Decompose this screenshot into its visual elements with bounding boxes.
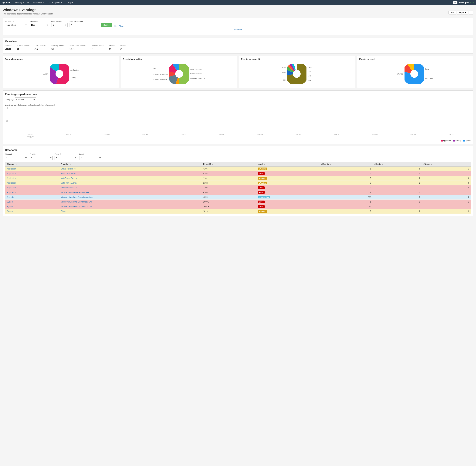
td-provider: Microsoft-Windows-Security-SPP bbox=[59, 190, 202, 195]
time-range-select[interactable]: Last 1 hour bbox=[5, 23, 28, 27]
td-users: 0 bbox=[422, 181, 471, 186]
edit-button[interactable]: Edit bbox=[449, 11, 456, 14]
bar-chart-container: 40 20 2:30 PM Mon Jul 29 20242:35 PM2:40… bbox=[11, 107, 471, 141]
submit-button[interactable]: Submit bbox=[101, 23, 112, 27]
nav-menu: Security Score▾Processes▾OS Components▾H… bbox=[13, 0, 75, 5]
data-table-filter-select[interactable]: * bbox=[30, 156, 53, 160]
td-events: 9 bbox=[320, 181, 373, 186]
channel-link[interactable]: Application bbox=[7, 168, 16, 170]
channel-link[interactable]: System bbox=[7, 201, 13, 203]
legend-sec-color bbox=[453, 140, 455, 141]
channel-link[interactable]: Application bbox=[7, 177, 16, 179]
x-label: 3:00 PM bbox=[241, 134, 279, 139]
filter-expression-group: Filter expression: bbox=[70, 20, 99, 27]
td-level: Error bbox=[256, 171, 320, 176]
channel-link[interactable]: Application bbox=[7, 182, 16, 184]
level-labels-right: Error Information bbox=[425, 68, 434, 79]
splunk-brand[interactable]: Splunk▾ bbox=[2, 1, 10, 4]
event-id-pie-svg bbox=[287, 64, 306, 84]
channel-link[interactable]: Security bbox=[7, 196, 14, 198]
provider-link[interactable]: Group Policy Files bbox=[61, 168, 76, 170]
channel-link[interactable]: Application bbox=[7, 186, 16, 189]
data-table-filter-select[interactable]: * bbox=[5, 156, 28, 160]
stat-value: 360 bbox=[5, 47, 12, 51]
add-filter-link[interactable]: Add filter bbox=[234, 29, 242, 31]
nav-item-processes[interactable]: Processes▾ bbox=[31, 0, 46, 5]
level-badge: Error bbox=[258, 205, 265, 208]
event-id-label-10010: 10010 bbox=[308, 67, 312, 68]
filter-expression-input[interactable] bbox=[70, 23, 99, 27]
level-badge: Error bbox=[258, 200, 265, 203]
td-event-id: 4624 bbox=[202, 195, 256, 199]
legend-sys-label: System bbox=[465, 140, 471, 141]
th-event-id[interactable]: Event ID ⇕ bbox=[202, 162, 256, 167]
export-button[interactable]: Export ▾ bbox=[457, 11, 468, 14]
th-channel[interactable]: Channel ⇕ bbox=[5, 162, 59, 167]
chart-subtitle: Events per selected group over time (try… bbox=[5, 104, 471, 106]
stat-value: 292 bbox=[69, 47, 86, 51]
provider-link[interactable]: MetaFrameEvents bbox=[61, 182, 76, 184]
data-table-filter-label: Channel bbox=[5, 153, 28, 155]
data-table-filter-group: Channel* bbox=[5, 153, 28, 160]
filters-card: Time range: Last 1 hour Filter field: Ho… bbox=[3, 18, 473, 35]
gridline-top bbox=[11, 107, 471, 107]
th-provider[interactable]: Provider ⇕ bbox=[59, 162, 202, 167]
stat-label: #Error events: bbox=[35, 45, 46, 47]
filter-operator-select[interactable]: in bbox=[51, 23, 68, 27]
event-id-label-1101: 1101 bbox=[308, 75, 312, 77]
data-table-filter-label: Event ID bbox=[55, 153, 77, 155]
th-events[interactable]: #Events ⇕ bbox=[320, 162, 373, 167]
provider-link[interactable]: MetaFrameEvents bbox=[61, 177, 76, 179]
data-table-filter-select[interactable]: * bbox=[55, 156, 77, 160]
channel-link[interactable]: System bbox=[7, 205, 13, 208]
channel-link[interactable]: Application bbox=[7, 172, 16, 175]
provider-label-tdica: Tdica bbox=[153, 68, 168, 69]
table-body: Application Group Policy Files 4106 Warn… bbox=[5, 167, 471, 214]
filter-field-select[interactable]: Host bbox=[30, 23, 49, 27]
filter-expression-label: Filter expression: bbox=[70, 20, 99, 22]
th-hosts[interactable]: #Hosts ⇕ bbox=[373, 162, 422, 167]
provider-link[interactable]: Microsoft-Windows-DistributedCOM bbox=[61, 201, 92, 203]
nav-item-os-components[interactable]: OS Components▾ bbox=[46, 0, 65, 5]
more-button[interactable]: ... bbox=[469, 11, 473, 14]
data-table-filter-select[interactable]: * bbox=[79, 156, 102, 160]
provider-link[interactable]: Microsoft-Windows-Security-Auditing bbox=[61, 196, 93, 198]
chart-by-channel: Events by channel System Application Sec… bbox=[3, 56, 119, 88]
td-channel: Application bbox=[5, 186, 59, 190]
level-label-information: Information bbox=[425, 78, 434, 79]
th-level[interactable]: Level ⇕ bbox=[256, 162, 320, 167]
time-range-group: Time range: Last 1 hour bbox=[5, 20, 28, 27]
nav-arrow-icon: ▾ bbox=[72, 2, 73, 3]
channel-link[interactable]: Application bbox=[7, 191, 16, 194]
td-provider: Group Policy Files bbox=[59, 167, 202, 171]
channel-labels-right: Application Security bbox=[71, 69, 78, 79]
hide-filters-button[interactable]: Hide Filters bbox=[114, 25, 124, 27]
stat-label: #Events: bbox=[5, 45, 12, 47]
provider-label-dcom: Microsoft-...ibutedCOM bbox=[190, 78, 205, 79]
chart-by-event-id-wrap: 8208 8198 4624 10010 1019 1101 bbox=[241, 62, 353, 86]
nav-item-help[interactable]: Help▾ bbox=[65, 0, 75, 5]
nav-item-security-score[interactable]: Security Score▾ bbox=[13, 0, 31, 5]
channel-link[interactable]: System bbox=[7, 210, 13, 212]
chart-by-level-title: Events by level bbox=[359, 58, 471, 60]
td-events: 298 bbox=[320, 195, 373, 199]
provider-link[interactable]: Microsoft-Windows-Security-SPP bbox=[61, 191, 89, 194]
provider-link[interactable]: TdIca bbox=[61, 210, 65, 212]
data-table-filters: Channel*Provider*Event ID*Level* bbox=[5, 153, 471, 160]
group-by-label: Group by: bbox=[5, 99, 14, 101]
th-users[interactable]: #Users ⇕ bbox=[422, 162, 471, 167]
provider-link[interactable]: Group Policy Files bbox=[61, 172, 76, 175]
td-event-id: 10001 bbox=[202, 199, 256, 204]
grouped-over-time-title: Events grouped over time bbox=[5, 93, 471, 96]
provider-link[interactable]: Microsoft-Windows-DistributedCOM bbox=[61, 205, 92, 208]
event-id-label-8208: 8208 bbox=[282, 67, 286, 69]
group-by-select[interactable]: Channel bbox=[15, 97, 36, 102]
td-channel: System bbox=[5, 209, 59, 214]
table-row: Application MetaFrameEvents 1101 Warning… bbox=[5, 176, 471, 181]
provider-link[interactable]: MetaFrameEvents bbox=[61, 186, 76, 189]
td-event-id: 1106 bbox=[202, 186, 256, 190]
td-channel: System bbox=[5, 199, 59, 204]
stat-label: #Warning events: bbox=[51, 45, 64, 47]
group-by-row: Group by: Channel bbox=[5, 97, 471, 102]
filter-field-label: Filter field: bbox=[30, 20, 49, 22]
